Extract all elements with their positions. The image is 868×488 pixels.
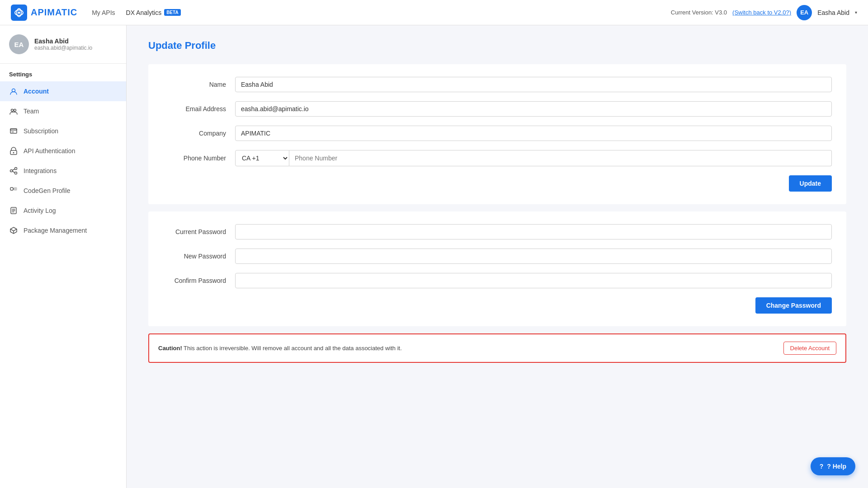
sidebar: EA Easha Abid easha.abid@apimatic.io Set… <box>0 25 127 488</box>
sidebar-user-profile: EA Easha Abid easha.abid@apimatic.io <box>0 25 126 64</box>
user-avatar: EA <box>797 5 812 20</box>
email-input[interactable] <box>235 101 832 117</box>
sidebar-item-account[interactable]: Account <box>0 81 126 101</box>
company-input[interactable] <box>235 126 832 141</box>
sidebar-email: easha.abid@apimatic.io <box>34 45 92 51</box>
update-actions: Update <box>163 175 832 192</box>
sidebar-avatar: EA <box>9 34 29 54</box>
help-button[interactable]: ? ? Help <box>811 457 855 475</box>
main-content: Update Profile Name Email Address Compan… <box>127 25 868 488</box>
sidebar-username: Easha Abid <box>34 38 92 45</box>
sidebar-codegen-label: CodeGen Profile <box>24 187 71 194</box>
current-password-row: Current Password <box>163 224 832 239</box>
sidebar-item-subscription[interactable]: Subscription <box>0 121 126 141</box>
new-password-row: New Password <box>163 249 832 264</box>
sidebar-api-auth-label: API Authentication <box>24 147 75 155</box>
caution-text: Caution! This action is irreversible. Wi… <box>158 345 402 352</box>
svg-line-14 <box>13 169 15 170</box>
api-auth-icon <box>9 146 18 155</box>
help-icon: ? <box>820 463 824 470</box>
nav-dx-analytics[interactable]: DX Analytics BETA <box>126 9 181 16</box>
sidebar-subscription-label: Subscription <box>24 127 58 135</box>
sidebar-user-info: Easha Abid easha.abid@apimatic.io <box>34 38 92 51</box>
svg-point-12 <box>15 168 17 170</box>
sidebar-item-package-management[interactable]: Package Management <box>0 221 126 240</box>
logo-text: APIMATIC <box>31 7 77 18</box>
page-title: Update Profile <box>148 40 846 52</box>
account-icon <box>9 87 18 96</box>
header-right: Current Version: V3.0 (Switch back to V2… <box>671 5 857 20</box>
profile-form-section: Name Email Address Company Phone Number … <box>148 64 846 204</box>
sidebar-item-activity-log[interactable]: Activity Log <box>0 201 126 221</box>
settings-label: Settings <box>0 64 126 81</box>
confirm-password-row: Confirm Password <box>163 273 832 288</box>
beta-badge: BETA <box>164 9 180 16</box>
version-text: Current Version: V3.0 <box>671 9 727 16</box>
sidebar-item-integrations[interactable]: Integrations <box>0 161 126 181</box>
phone-row: Phone Number CA +1 US +1 GB +44 AU +61 I… <box>163 150 832 166</box>
caution-box: Caution! This action is irreversible. Wi… <box>148 333 846 363</box>
current-password-input[interactable] <box>235 224 832 239</box>
sidebar-integrations-label: Integrations <box>24 167 57 174</box>
sidebar-item-api-authentication[interactable]: API Authentication <box>0 141 126 161</box>
name-input[interactable] <box>235 77 832 92</box>
svg-point-4 <box>11 109 14 112</box>
svg-line-24 <box>10 229 14 231</box>
svg-line-15 <box>13 171 15 173</box>
sidebar-item-team[interactable]: Team <box>0 101 126 121</box>
package-mgmt-icon <box>9 226 18 235</box>
codegen-icon <box>9 186 18 195</box>
integrations-icon <box>9 166 18 175</box>
help-label: ? Help <box>827 463 846 470</box>
sidebar-activity-log-label: Activity Log <box>24 207 56 214</box>
name-row: Name <box>163 77 832 92</box>
subscription-icon <box>9 127 18 136</box>
user-menu-chevron[interactable]: ▾ <box>855 10 857 15</box>
sidebar-package-mgmt-label: Package Management <box>24 227 87 234</box>
svg-rect-16 <box>10 188 13 190</box>
confirm-password-input[interactable] <box>235 273 832 288</box>
name-label: Name <box>163 81 235 88</box>
email-label: Email Address <box>163 105 235 113</box>
svg-rect-17 <box>14 188 17 190</box>
svg-point-13 <box>15 172 17 174</box>
sidebar-item-codegen-profile[interactable]: CodeGen Profile <box>0 181 126 201</box>
caution-bold: Caution! <box>158 345 182 352</box>
company-label: Company <box>163 130 235 137</box>
phone-number-input[interactable] <box>289 150 832 166</box>
change-password-actions: Change Password <box>163 297 832 314</box>
user-name: Easha Abid <box>817 9 849 16</box>
svg-point-11 <box>10 170 13 172</box>
new-password-label: New Password <box>163 253 235 260</box>
phone-country-select[interactable]: CA +1 US +1 GB +44 AU +61 IN +91 <box>235 150 289 166</box>
svg-line-25 <box>14 229 17 231</box>
current-password-label: Current Password <box>163 228 235 235</box>
version-switch-link[interactable]: (Switch back to V2.0?) <box>732 9 791 16</box>
email-row: Email Address <box>163 101 832 117</box>
caution-message: This action is irreversible. Will remove… <box>182 345 402 352</box>
confirm-password-label: Confirm Password <box>163 277 235 284</box>
team-icon <box>9 107 18 116</box>
logo[interactable]: APIMATIC <box>11 5 77 21</box>
delete-account-button[interactable]: Delete Account <box>783 342 836 355</box>
svg-point-10 <box>13 152 14 154</box>
logo-icon <box>11 5 27 21</box>
update-button[interactable]: Update <box>789 175 832 192</box>
password-form-section: Current Password New Password Confirm Pa… <box>148 211 846 326</box>
company-row: Company <box>163 126 832 141</box>
new-password-input[interactable] <box>235 249 832 264</box>
sidebar-account-label: Account <box>24 88 49 95</box>
sidebar-team-label: Team <box>24 108 39 115</box>
svg-rect-7 <box>10 129 17 133</box>
activity-log-icon <box>9 206 18 215</box>
header: APIMATIC My APIs DX Analytics BETA Curre… <box>0 0 868 25</box>
phone-label: Phone Number <box>163 155 235 162</box>
header-nav: My APIs DX Analytics BETA <box>92 9 671 16</box>
layout: EA Easha Abid easha.abid@apimatic.io Set… <box>0 25 868 488</box>
change-password-button[interactable]: Change Password <box>755 297 832 314</box>
svg-point-2 <box>18 11 20 14</box>
nav-my-apis[interactable]: My APIs <box>92 9 115 16</box>
svg-point-5 <box>14 109 16 112</box>
phone-field-group: CA +1 US +1 GB +44 AU +61 IN +91 <box>235 150 832 166</box>
